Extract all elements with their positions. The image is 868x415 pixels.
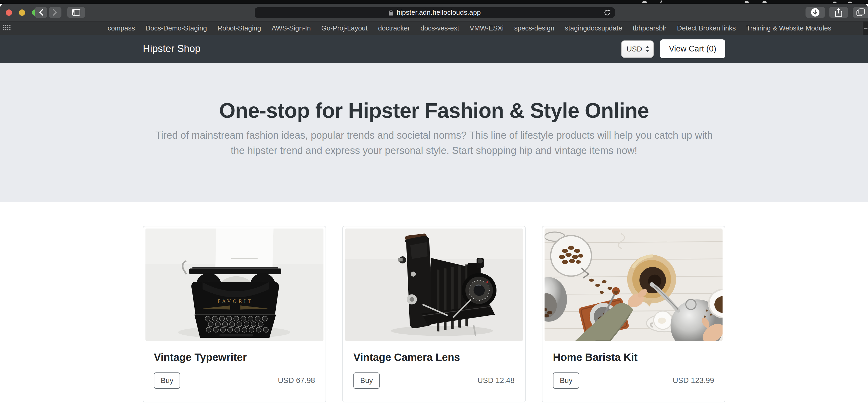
product-name: Home Barista Kit [553,351,714,363]
reload-icon[interactable] [604,9,611,16]
address-bar[interactable]: hipster.adn.helloclouds.app [255,7,615,18]
webpage-viewport: Hipster Shop USD View Cart (0) One-stop … [0,35,868,415]
menubar-icon-fragment [642,1,647,3]
product-card-body: Vintage Camera Lens Buy USD 12.48 [343,343,525,399]
close-window-button[interactable] [6,9,12,16]
hero-title: One-stop for Hipster Fashion & Style Onl… [0,98,868,123]
product-photo-barista [545,229,722,341]
shop-brand[interactable]: Hipster Shop [143,43,200,55]
typewriter-illustration: FAVORIT [146,229,323,341]
typewriter-brand-text: FAVORIT [218,298,253,304]
product-card-home-barista-kit[interactable]: Home Barista Kit Buy USD 123.99 [542,226,725,403]
minimize-window-button[interactable] [19,9,25,16]
sidebar-toggle-button[interactable] [67,7,85,18]
hero-subtitle: Tired of mainstream fashion ideas, popul… [150,128,718,158]
currency-value: USD [627,45,642,53]
forward-button[interactable] [49,7,61,18]
product-card-body: Vintage Typewriter Buy USD 67.98 [143,343,326,399]
product-name: Vintage Typewriter [154,351,315,363]
buy-button[interactable]: Buy [353,373,380,389]
header-actions: USD View Cart (0) [621,40,725,58]
overflow-dash-icon [864,28,867,29]
buy-button[interactable]: Buy [154,373,180,389]
bookmarks-list: compass Docs-Demo-Staging Robot-Staging … [107,24,831,32]
barista-illustration [545,229,722,341]
product-card-vintage-camera-lens[interactable]: Vintage Camera Lens Buy USD 12.48 [342,226,526,403]
chevron-left-icon [39,9,43,16]
download-icon [810,8,819,17]
bookmarks-bar: compass Docs-Demo-Staging Robot-Staging … [0,21,868,35]
bookmark-item[interactable]: Detect Broken links [677,24,736,32]
bookmark-item[interactable]: doctracker [378,24,410,32]
tab-overview-icon [856,8,865,16]
downloads-button[interactable] [805,7,825,18]
view-cart-button[interactable]: View Cart (0) [660,40,725,58]
product-price: USD 67.98 [278,376,315,385]
bookmark-item[interactable]: tbhpcarsblr [633,24,666,32]
bookmark-item[interactable]: VMW-ESXi [470,24,504,32]
share-button[interactable] [829,7,848,18]
bookmark-item[interactable]: Docs-Demo-Staging [146,24,207,32]
menubar-icon-fragment [745,1,749,3]
bookmark-item[interactable]: AWS-Sign-In [272,24,311,32]
menubar-icon-fragment [848,2,852,3]
product-name: Vintage Camera Lens [353,351,515,363]
camera-illustration [345,229,523,341]
currency-select[interactable]: USD [621,40,654,58]
back-button[interactable] [35,7,47,18]
select-spinner-icon [645,46,650,52]
safari-window: hipster.adn.helloclouds.app [0,0,868,415]
product-card-vintage-typewriter[interactable]: FAVORIT Vint [143,226,326,403]
bookmarks-overflow-button[interactable] [863,22,868,35]
product-grid: FAVORIT Vint [143,226,725,403]
window-controls [6,4,38,21]
tab-overview-button[interactable] [852,7,868,18]
bookmark-item[interactable]: Robot-Staging [217,24,261,32]
sidebar-icon [72,9,80,16]
url-text: hipster.adn.helloclouds.app [397,8,481,16]
product-photo-camera [345,229,523,341]
product-price: USD 123.99 [673,376,714,385]
menubar-icon-fragment [660,1,662,3]
product-card-body: Home Barista Kit Buy USD 123.99 [542,343,725,399]
browser-toolbar: hipster.adn.helloclouds.app [0,4,868,21]
lock-icon [389,9,394,16]
product-photo-typewriter: FAVORIT [146,229,323,341]
menubar-icon-fragment [833,2,836,3]
bookmark-item[interactable]: compass [107,24,135,32]
hero-banner: One-stop for Hipster Fashion & Style Onl… [0,63,868,202]
macos-menubar-strip [0,0,868,4]
chevron-right-icon [53,9,57,16]
product-price: USD 12.48 [477,376,515,385]
menubar-icon-fragment [763,1,767,3]
product-section: FAVORIT Vint [0,202,868,403]
bookmark-item[interactable]: Go-Proj-Layout [321,24,368,32]
bookmarks-grid-icon[interactable] [3,25,10,30]
share-icon [835,8,842,17]
buy-button[interactable]: Buy [553,373,579,389]
shop-header: Hipster Shop USD View Cart (0) [0,35,868,63]
bookmark-item[interactable]: specs-design [514,24,554,32]
bookmark-item[interactable]: stagingdocsupdate [565,24,622,32]
bookmark-item[interactable]: Training & Website Modules [746,24,832,32]
bookmark-item[interactable]: docs-ves-ext [420,24,459,32]
